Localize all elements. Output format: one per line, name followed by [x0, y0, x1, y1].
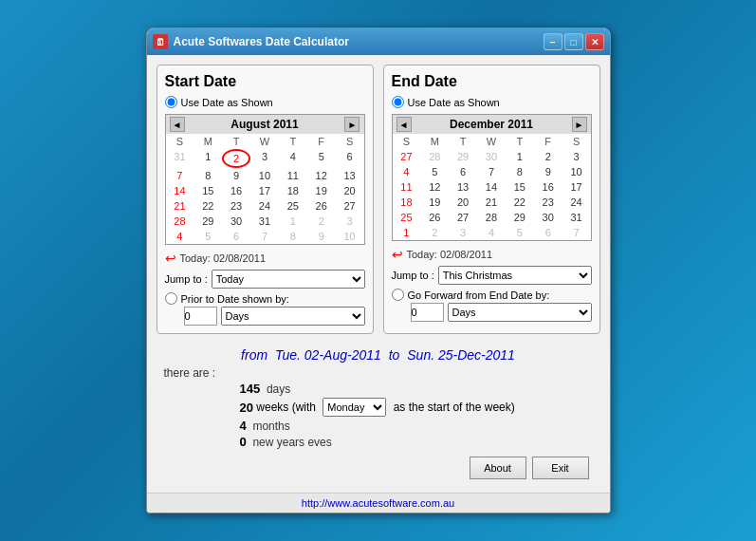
cal-cell[interactable]: 27 — [336, 198, 364, 214]
cal-cell[interactable]: 3 — [562, 149, 591, 164]
cal-cell[interactable]: 13 — [336, 168, 364, 183]
cal-cell[interactable]: 21 — [477, 195, 506, 210]
cal-cell[interactable]: 1 — [506, 149, 534, 164]
cal-cell[interactable]: 16 — [534, 179, 562, 195]
cal-cell[interactable]: 28 — [477, 210, 506, 225]
end-cal-next[interactable]: ► — [572, 117, 587, 132]
end-forward-unit-select[interactable]: Days Weeks Months Years — [448, 303, 592, 322]
cal-cell[interactable]: 15 — [506, 179, 534, 195]
cal-cell[interactable]: 3 — [250, 149, 279, 168]
cal-cell[interactable]: 17 — [562, 179, 591, 195]
cal-cell[interactable]: 10 — [336, 229, 364, 244]
cal-cell[interactable]: 25 — [393, 210, 421, 225]
cal-cell[interactable]: 28 — [166, 214, 194, 229]
cal-cell[interactable]: 9 — [534, 164, 562, 179]
cal-cell[interactable]: 4 — [279, 149, 307, 168]
cal-cell[interactable]: 6 — [222, 229, 250, 244]
cal-cell[interactable]: 11 — [393, 179, 421, 195]
start-prior-radio[interactable] — [165, 292, 177, 305]
cal-cell[interactable]: 9 — [222, 168, 250, 183]
cal-cell[interactable]: 12 — [420, 179, 449, 195]
cal-cell[interactable]: 19 — [307, 183, 336, 198]
cal-cell[interactable]: 15 — [194, 183, 222, 198]
end-today-icon[interactable]: ↩ — [392, 247, 403, 262]
cal-cell[interactable]: 8 — [279, 229, 307, 244]
cal-cell[interactable]: 31 — [250, 214, 279, 229]
cal-cell[interactable]: 17 — [250, 183, 279, 198]
end-jump-select[interactable]: This Christmas Today This Week This Mont… — [438, 266, 592, 285]
cal-cell[interactable]: 23 — [534, 195, 562, 210]
start-prior-unit-select[interactable]: Days Weeks Months Years — [221, 307, 365, 326]
cal-cell[interactable]: 30 — [534, 210, 562, 225]
close-button[interactable]: ✕ — [585, 33, 604, 50]
cal-cell[interactable]: 5 — [506, 225, 534, 240]
cal-cell[interactable]: 9 — [307, 229, 336, 244]
cal-cell[interactable]: 5 — [307, 149, 336, 168]
cal-cell[interactable]: 3 — [449, 225, 477, 240]
cal-cell[interactable]: 11 — [279, 168, 307, 183]
cal-cell[interactable]: 10 — [250, 168, 279, 183]
cal-cell[interactable]: 6 — [449, 164, 477, 179]
cal-cell[interactable]: 6 — [336, 149, 364, 168]
start-cal-prev[interactable]: ◄ — [170, 117, 185, 132]
cal-cell[interactable]: 26 — [307, 198, 336, 214]
start-cal-next[interactable]: ► — [344, 117, 360, 132]
cal-cell[interactable]: 1 — [279, 214, 307, 229]
cal-cell[interactable]: 7 — [250, 229, 279, 244]
exit-button[interactable]: Exit — [532, 457, 589, 479]
start-jump-select[interactable]: Today This Week This Month This Year — [212, 270, 365, 289]
cal-cell[interactable]: 31 — [166, 149, 194, 168]
cal-cell[interactable]: 5 — [420, 164, 449, 179]
cal-cell[interactable]: 28 — [420, 149, 449, 164]
start-use-as-shown-radio[interactable] — [165, 96, 177, 108]
cal-cell[interactable]: 2 — [307, 214, 336, 229]
cal-cell[interactable]: 16 — [222, 183, 250, 198]
cal-cell-selected[interactable]: 2 — [222, 149, 250, 168]
start-today-icon[interactable]: ↩ — [165, 251, 176, 266]
cal-cell[interactable]: 7 — [166, 168, 194, 183]
cal-cell[interactable]: 6 — [534, 225, 562, 240]
cal-cell[interactable]: 21 — [166, 198, 194, 214]
cal-cell[interactable]: 7 — [477, 164, 506, 179]
cal-cell[interactable]: 29 — [194, 214, 222, 229]
cal-cell[interactable]: 18 — [393, 195, 421, 210]
cal-cell[interactable]: 23 — [222, 198, 250, 214]
cal-cell[interactable]: 3 — [336, 214, 364, 229]
end-cal-prev[interactable]: ◄ — [396, 117, 412, 132]
cal-cell[interactable]: 31 — [562, 210, 591, 225]
cal-cell[interactable]: 13 — [449, 179, 477, 195]
cal-cell[interactable]: 1 — [393, 225, 421, 240]
end-forward-radio[interactable] — [392, 289, 404, 301]
cal-cell[interactable]: 27 — [393, 149, 421, 164]
cal-cell[interactable]: 29 — [449, 149, 477, 164]
minimize-button[interactable]: – — [544, 33, 562, 50]
cal-cell[interactable]: 10 — [562, 164, 591, 179]
cal-cell[interactable]: 24 — [562, 195, 591, 210]
week-start-select[interactable]: Monday Sunday Saturday — [323, 398, 386, 417]
cal-cell[interactable]: 18 — [279, 183, 307, 198]
cal-cell[interactable]: 4 — [477, 225, 506, 240]
cal-cell[interactable]: 4 — [393, 164, 421, 179]
about-button[interactable]: About — [470, 457, 526, 479]
cal-cell[interactable]: 8 — [506, 164, 534, 179]
start-prior-value-input[interactable] — [184, 307, 217, 326]
status-url[interactable]: http://www.acutesoftware.com.au — [302, 497, 454, 509]
cal-cell[interactable]: 29 — [506, 210, 534, 225]
cal-cell[interactable]: 7 — [562, 225, 591, 240]
cal-cell[interactable]: 14 — [477, 179, 506, 195]
cal-cell[interactable]: 12 — [307, 168, 336, 183]
cal-cell[interactable]: 25 — [279, 198, 307, 214]
cal-cell[interactable]: 1 — [194, 149, 222, 168]
cal-cell[interactable]: 19 — [420, 195, 449, 210]
cal-cell[interactable]: 5 — [194, 229, 222, 244]
cal-cell[interactable]: 8 — [194, 168, 222, 183]
cal-cell[interactable]: 20 — [449, 195, 477, 210]
cal-cell[interactable]: 2 — [420, 225, 449, 240]
cal-cell[interactable]: 22 — [194, 198, 222, 214]
end-forward-value-input[interactable] — [411, 303, 444, 322]
cal-cell[interactable]: 20 — [336, 183, 364, 198]
cal-cell[interactable]: 24 — [250, 198, 279, 214]
cal-cell[interactable]: 30 — [477, 149, 506, 164]
cal-cell[interactable]: 22 — [506, 195, 534, 210]
end-use-as-shown-radio[interactable] — [392, 96, 404, 108]
